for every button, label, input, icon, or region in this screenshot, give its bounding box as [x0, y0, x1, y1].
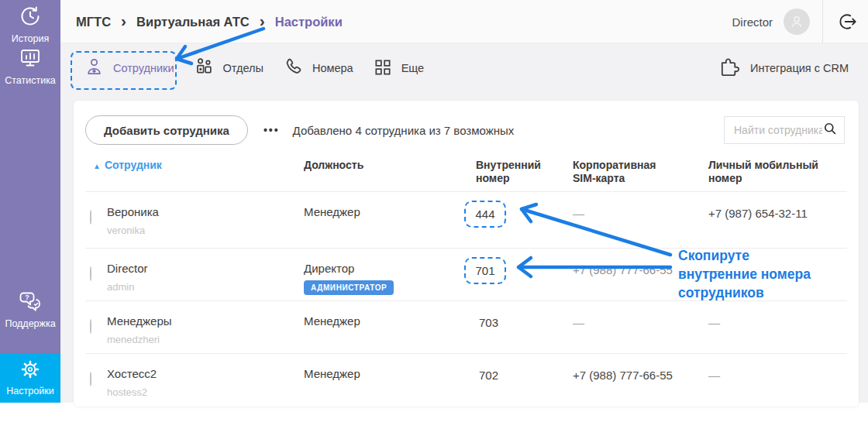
search-icon[interactable]	[822, 121, 838, 139]
top-bar: МГТС › Виртуальная АТС › Настройки Direc…	[60, 0, 868, 43]
extension-number: 703	[476, 301, 573, 353]
status-dot	[90, 319, 91, 334]
tab-label: Отделы	[223, 62, 264, 74]
tab-more[interactable]: Еще	[373, 57, 425, 80]
sim-number: —	[573, 192, 708, 248]
sim-number: +7 (988) 777-66-55	[573, 249, 708, 300]
avatar	[784, 9, 810, 35]
sidebar-item-label: История	[0, 33, 60, 44]
table-row[interactable]: Менеджеры menedzheri Менеджер 703 — —	[85, 300, 847, 353]
employee-name[interactable]: Хостесс2	[107, 367, 304, 380]
card-toolbar: Добавить сотрудника ••• Добавлено 4 сотр…	[85, 115, 845, 146]
employee-person-icon	[84, 57, 105, 80]
administrator-badge: АДМИНИСТРАТОР	[304, 280, 394, 295]
sidebar-item-statistics[interactable]: Статистика	[0, 46, 60, 86]
sim-number: +7 (988) 777-66-55	[573, 354, 708, 406]
breadcrumb: МГТС › Виртуальная АТС › Настройки	[76, 0, 343, 43]
employee-role: Директор	[304, 262, 476, 275]
sidebar-item-history[interactable]: История	[0, 5, 60, 44]
table-row[interactable]: Хостесс2 hostess2 Менеджер 702 +7 (988) …	[85, 353, 847, 406]
support-chat-icon: ?	[0, 290, 60, 316]
sim-number: —	[573, 301, 708, 353]
more-menu-button[interactable]: •••	[264, 124, 280, 136]
table-row[interactable]: Вероника veronika Менеджер 444 — +7 (987…	[85, 191, 847, 248]
history-clock-icon	[0, 5, 60, 31]
column-header-position: Должность	[304, 159, 476, 191]
tab-numbers[interactable]: Номера	[283, 57, 353, 80]
crm-integration-button[interactable]: Интеграция с CRM	[718, 43, 849, 93]
tab-departments[interactable]: Отделы	[194, 57, 264, 80]
column-header-personal: Личный мобильный номер	[708, 159, 847, 191]
phone-icon	[283, 57, 304, 80]
table-header-row: ▲Сотрудник Должность Внутренний номер Ко…	[85, 159, 847, 191]
annotation-box-extension: 701	[464, 257, 506, 284]
search-box	[724, 116, 845, 144]
tab-label: Номера	[312, 62, 353, 74]
employee-role: Менеджер	[304, 301, 476, 353]
breadcrumb-item-settings: Настройки	[275, 15, 343, 29]
employees-card: Добавить сотрудника ••• Добавлено 4 сотр…	[74, 101, 859, 407]
sidebar: История Статистика ? Поддержка	[0, 0, 60, 403]
employee-login: admin	[107, 281, 304, 293]
sidebar-item-settings[interactable]: Настройки	[0, 353, 60, 403]
statistics-icon	[0, 46, 60, 73]
employee-role: Менеджер	[304, 192, 476, 248]
sidebar-item-label: Настройки	[0, 386, 60, 396]
annotation-box-extension: 444	[464, 201, 506, 228]
employee-name[interactable]: Вероника	[107, 205, 304, 218]
column-header-sim: Корпоративная SIM-карта	[573, 159, 708, 191]
logout-button[interactable]	[836, 11, 858, 33]
user-name: Director	[732, 15, 773, 29]
tab-label: Сотрудники	[113, 62, 174, 74]
personal-number: —	[708, 301, 847, 353]
add-employee-button[interactable]: Добавить сотрудника	[85, 115, 248, 145]
logout-icon	[836, 23, 858, 35]
grid-squares-icon	[373, 57, 393, 80]
employee-name[interactable]: Менеджеры	[107, 314, 304, 328]
chevron-right-icon: ›	[121, 12, 126, 30]
breadcrumb-item-vats[interactable]: Виртуальная АТС	[136, 15, 250, 29]
employee-login: hostess2	[107, 386, 304, 398]
column-header-employee[interactable]: ▲Сотрудник	[85, 159, 304, 191]
tab-employees[interactable]: Сотрудники	[84, 57, 174, 80]
puzzle-icon	[718, 55, 742, 81]
employees-table: Вероника veronika Менеджер 444 — +7 (987…	[85, 191, 847, 406]
employee-role: Менеджер	[304, 354, 476, 406]
employee-name[interactable]: Director	[107, 262, 304, 275]
search-input[interactable]	[734, 124, 822, 136]
sidebar-item-label: Поддержка	[0, 318, 60, 329]
svg-text:?: ?	[25, 293, 29, 301]
employee-login: veronika	[107, 225, 304, 236]
employee-count-summary: Добавлено 4 сотрудника из 7 возможных	[293, 124, 515, 137]
sort-asc-icon: ▲	[93, 162, 101, 170]
breadcrumb-item-mgts[interactable]: МГТС	[76, 15, 111, 29]
tab-label: Еще	[401, 62, 425, 74]
column-header-extension: Внутренний номер	[476, 159, 573, 191]
employee-login: menedzheri	[107, 334, 304, 345]
personal-number: —	[708, 249, 847, 300]
status-dot	[90, 266, 91, 281]
status-dot	[90, 372, 91, 386]
personal-number: +7 (987) 654-32-11	[708, 192, 847, 248]
chevron-right-icon: ›	[260, 12, 265, 30]
user-menu[interactable]: Director	[732, 0, 823, 43]
settings-tab-bar: Сотрудники Отделы Номера	[60, 43, 868, 93]
sidebar-item-support[interactable]: ? Поддержка	[0, 290, 60, 329]
table-row[interactable]: Director admin Директор АДМИНИСТРАТОР 70…	[85, 248, 847, 300]
crm-label: Интеграция с CRM	[750, 62, 849, 74]
settings-gear-icon	[0, 359, 60, 383]
extension-number: 702	[476, 354, 573, 406]
personal-number: —	[708, 354, 847, 406]
status-dot	[90, 210, 91, 225]
departments-people-icon	[194, 57, 215, 80]
sidebar-item-label: Статистика	[0, 75, 60, 86]
